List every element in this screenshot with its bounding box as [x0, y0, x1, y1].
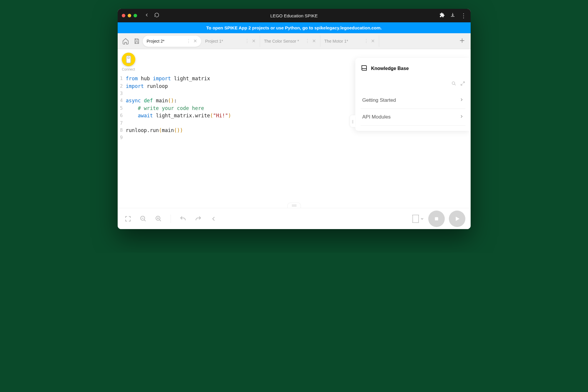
- tab-close-icon[interactable]: ✕: [252, 38, 256, 44]
- tab-menu-icon[interactable]: ⋮: [305, 38, 309, 44]
- tab-label: Project 2*: [147, 39, 165, 44]
- tab-menu-icon[interactable]: ⋮: [245, 38, 249, 44]
- line-number: 8: [118, 127, 126, 134]
- tab-label: The Motor 1*: [324, 39, 348, 44]
- line-number: 1: [118, 75, 126, 83]
- tab-label: Project 1*: [205, 39, 223, 44]
- line-number: 9: [118, 134, 126, 141]
- bottom-toolbar: [118, 208, 471, 229]
- line-number: 6: [118, 112, 126, 120]
- kb-title: Knowledge Base: [371, 66, 409, 71]
- window-title: LEGO Education SPIKE: [118, 13, 471, 18]
- svg-rect-7: [435, 217, 438, 220]
- kb-item-api-modules[interactable]: API Modules: [361, 109, 465, 126]
- svg-point-4: [452, 82, 455, 84]
- info-banner: To open SPIKE App 2 projects or use Pyth…: [118, 22, 471, 33]
- window-minimize-button[interactable]: [128, 14, 131, 17]
- tab-menu-icon[interactable]: ⋮: [186, 38, 190, 44]
- svg-point-3: [128, 61, 129, 62]
- run-button[interactable]: [449, 211, 465, 227]
- tab-close-icon[interactable]: ✕: [312, 38, 316, 44]
- zoom-in-button[interactable]: [154, 214, 164, 224]
- kb-item-label: API Modules: [362, 114, 391, 120]
- kb-item-getting-started[interactable]: Getting Started: [361, 92, 465, 109]
- line-number: 4: [118, 97, 126, 105]
- stop-button[interactable]: [428, 211, 445, 227]
- console-drag-handle[interactable]: [287, 203, 301, 208]
- tab-color-sensor[interactable]: The Color Sensor * ⋮ ✕: [260, 35, 320, 47]
- tab-project-2[interactable]: Project 2* ⋮ ✕: [142, 35, 201, 47]
- redo-button[interactable]: [193, 214, 203, 224]
- extensions-icon[interactable]: [439, 12, 445, 19]
- home-button[interactable]: [120, 36, 131, 47]
- tab-bar: Project 2* ⋮ ✕ Project 1* ⋮ ✕ The Color …: [118, 33, 471, 49]
- tab-close-icon[interactable]: ✕: [371, 38, 375, 44]
- window-close-button[interactable]: [122, 14, 125, 17]
- search-icon[interactable]: [451, 81, 457, 87]
- code-line[interactable]: 9: [118, 134, 471, 141]
- tab-close-icon[interactable]: ✕: [193, 38, 197, 44]
- zoom-out-button[interactable]: [138, 214, 148, 224]
- step-back-button[interactable]: [209, 214, 219, 224]
- line-number: 5: [118, 105, 126, 112]
- titlebar: LEGO Education SPIKE ⋮: [118, 9, 471, 22]
- book-icon: [361, 64, 368, 73]
- knowledge-base-panel: || Knowledge Base Getting Started: [355, 58, 471, 131]
- panel-collapse-handle[interactable]: ||: [350, 115, 355, 127]
- slot-select-button[interactable]: [412, 215, 424, 223]
- connect-hub-button[interactable]: [122, 53, 135, 66]
- refresh-button[interactable]: [154, 12, 159, 19]
- tab-motor-1[interactable]: The Motor 1* ⋮ ✕: [320, 35, 379, 47]
- window-maximize-button[interactable]: [134, 14, 137, 17]
- add-tab-button[interactable]: [456, 37, 468, 45]
- tab-menu-icon[interactable]: ⋮: [364, 38, 368, 44]
- save-button[interactable]: [131, 36, 142, 47]
- window-controls: [122, 14, 137, 17]
- connect-label: Connect: [122, 67, 135, 71]
- line-number: 7: [118, 120, 126, 127]
- chevron-right-icon: [459, 114, 464, 120]
- workspace: Connect 1from hub import light_matrix2im…: [118, 49, 471, 208]
- line-number: 2: [118, 83, 126, 90]
- fullscreen-button[interactable]: [123, 214, 133, 224]
- kb-item-label: Getting Started: [362, 97, 396, 103]
- chevron-right-icon: [459, 97, 464, 103]
- undo-button[interactable]: [178, 214, 188, 224]
- app-window: LEGO Education SPIKE ⋮ To open SPIKE App…: [118, 9, 471, 229]
- tab-project-1[interactable]: Project 1* ⋮ ✕: [201, 35, 260, 47]
- expand-icon[interactable]: [460, 81, 465, 87]
- download-icon[interactable]: [450, 12, 455, 19]
- tab-label: The Color Sensor *: [264, 39, 299, 44]
- back-button[interactable]: [144, 12, 149, 19]
- line-number: 3: [118, 90, 126, 97]
